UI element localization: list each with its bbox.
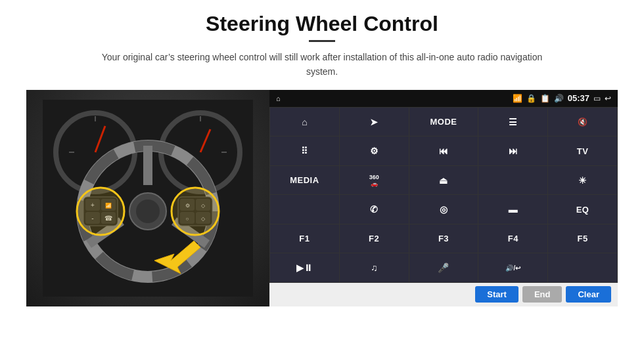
- prev-btn[interactable]: ⏮: [409, 136, 478, 165]
- mic-btn[interactable]: 🎤: [409, 253, 478, 282]
- sim-icon: 📋: [540, 94, 550, 103]
- svg-point-17: [136, 200, 160, 223]
- mode-btn[interactable]: MODE: [409, 108, 478, 136]
- tv-btn[interactable]: TV: [548, 136, 617, 165]
- steering-wheel-image: + 📶 - ☎ ⚙ ◇ ○ ◇: [26, 90, 269, 306]
- cast-icon: ▭: [593, 94, 601, 103]
- settings-btn[interactable]: ⚙: [340, 136, 409, 165]
- next-btn[interactable]: ⏭: [478, 136, 547, 165]
- bt-icon: 🔊: [554, 94, 564, 103]
- status-bar: ⌂ 📶 🔒 📋 🔊 05:37 ▭ ↩: [269, 90, 618, 107]
- music-btn[interactable]: ♫: [340, 253, 409, 282]
- eq-btn[interactable]: EQ: [548, 195, 617, 224]
- sw-background: + 📶 - ☎ ⚙ ◇ ○ ◇: [26, 90, 269, 306]
- page-title: Steering Wheel Control: [206, 12, 438, 36]
- svg-point-37: [172, 188, 219, 235]
- media-btn[interactable]: MEDIA: [270, 166, 339, 195]
- apps-btn[interactable]: ⠿: [270, 136, 339, 165]
- end-button[interactable]: End: [522, 286, 563, 303]
- content-area: + 📶 - ☎ ⚙ ◇ ○ ◇: [26, 90, 618, 306]
- status-right: 📶 🔒 📋 🔊 05:37 ▭ ↩: [513, 93, 611, 103]
- page-container: Steering Wheel Control Your original car…: [0, 0, 644, 357]
- home-status-icon: ⌂: [276, 94, 281, 102]
- mute-btn[interactable]: 🔇: [548, 108, 617, 136]
- status-time: 05:37: [568, 93, 589, 103]
- control-panel: ⌂ 📶 🔒 📋 🔊 05:37 ▭ ↩ ⌂ ➤ MODE ☰: [269, 90, 618, 306]
- bottom-action-bar: Start End Clear: [269, 283, 618, 306]
- bright-btn[interactable]: ☀: [548, 166, 617, 195]
- window-btn[interactable]: ▬: [478, 195, 547, 224]
- eject-btn[interactable]: ⏏: [409, 166, 478, 195]
- back-icon: ↩: [605, 94, 611, 103]
- f1-btn[interactable]: F1: [270, 224, 339, 253]
- start-button[interactable]: Start: [475, 286, 518, 303]
- steering-wheel-svg: + 📶 - ☎ ⚙ ◇ ○ ◇: [43, 100, 253, 297]
- vol-btn[interactable]: 🔊/↩: [478, 253, 547, 282]
- dvd-btn[interactable]: [270, 195, 339, 224]
- status-left: ⌂: [276, 94, 281, 102]
- svg-point-36: [77, 188, 124, 235]
- f4-btn[interactable]: F4: [478, 224, 547, 253]
- lock-icon: 🔒: [526, 94, 536, 103]
- home-btn[interactable]: ⌂: [270, 108, 339, 136]
- empty-btn: [548, 253, 617, 282]
- clear-button[interactable]: Clear: [566, 286, 611, 303]
- list-btn[interactable]: ☰: [478, 108, 547, 136]
- playpause-btn[interactable]: ▶⏸: [270, 253, 339, 282]
- radio-btn[interactable]: [478, 166, 547, 195]
- nav-btn[interactable]: ➤: [340, 108, 409, 136]
- f3-btn[interactable]: F3: [409, 224, 478, 253]
- f2-btn[interactable]: F2: [340, 224, 409, 253]
- title-divider: [309, 40, 335, 42]
- button-grid: ⌂ ➤ MODE ☰ 🔇 ⠿ ⚙ ⏮ ⏭ TV MEDIA 360🚗 ⏏ ☀ ✆: [269, 107, 618, 283]
- cam360-btn[interactable]: 360🚗: [340, 166, 409, 195]
- f5-btn[interactable]: F5: [548, 224, 617, 253]
- swipe-btn[interactable]: ◎: [409, 195, 478, 224]
- phone-btn[interactable]: ✆: [340, 195, 409, 224]
- wifi-icon: 📶: [513, 94, 522, 103]
- page-subtitle: Your original car’s steering wheel contr…: [92, 50, 552, 79]
